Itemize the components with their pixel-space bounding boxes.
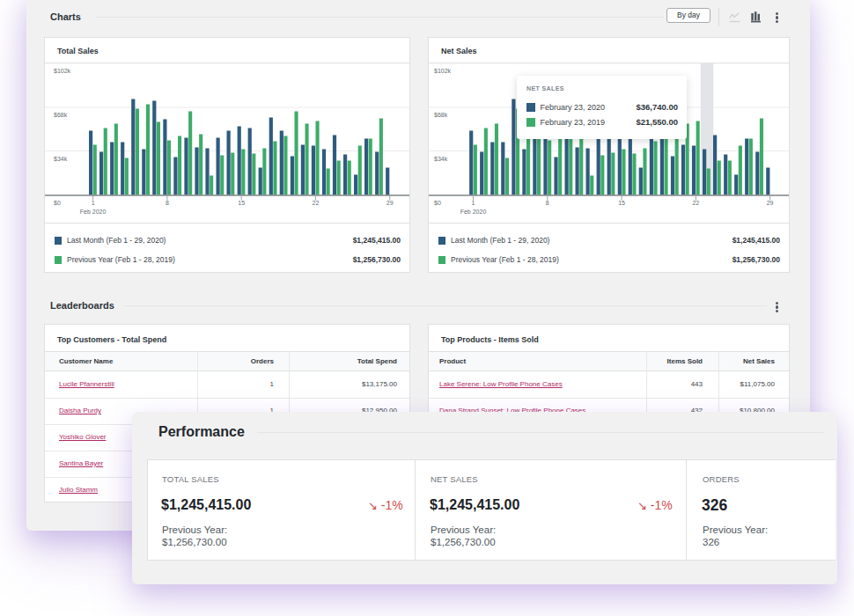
svg-text:$34k: $34k — [434, 156, 448, 162]
svg-text:$34k: $34k — [54, 156, 68, 162]
svg-text:Feb 2020: Feb 2020 — [460, 209, 487, 215]
svg-text:$102k: $102k — [434, 68, 452, 74]
svg-text:Feb 2020: Feb 2020 — [80, 209, 107, 215]
svg-text:$0: $0 — [54, 200, 61, 206]
svg-text:$0: $0 — [434, 200, 441, 206]
svg-text:1: 1 — [92, 200, 95, 206]
svg-text:8: 8 — [166, 200, 169, 206]
svg-text:$68k: $68k — [54, 112, 68, 118]
svg-text:8: 8 — [546, 200, 549, 206]
svg-text:15: 15 — [238, 200, 245, 206]
svg-text:1: 1 — [472, 200, 475, 206]
svg-text:$68k: $68k — [434, 112, 448, 118]
svg-text:29: 29 — [387, 200, 394, 206]
svg-text:15: 15 — [618, 200, 625, 206]
svg-text:29: 29 — [767, 200, 774, 206]
svg-text:22: 22 — [313, 200, 320, 206]
svg-text:$102k: $102k — [54, 68, 71, 74]
svg-text:22: 22 — [692, 200, 699, 206]
